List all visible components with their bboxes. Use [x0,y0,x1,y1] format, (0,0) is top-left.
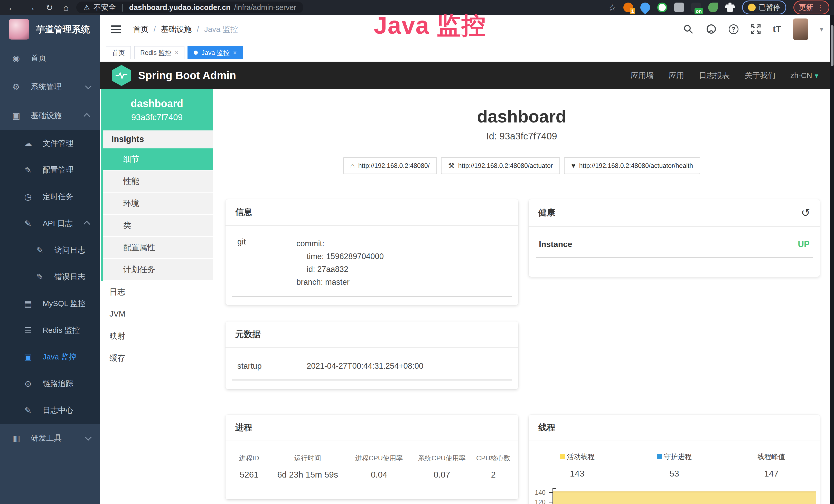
user-menu-caret-icon[interactable]: ▾ [820,25,823,33]
sidebar-item-log-center[interactable]: ✎ 日志中心 [0,397,100,423]
kebab-menu-icon[interactable]: ⋮ [817,3,824,12]
list-extension-icon[interactable]: on [691,3,701,12]
info-card-header: 信息 [225,199,518,226]
fullscreen-icon[interactable] [750,24,761,35]
card-title: 信息 [235,206,252,218]
tab-home[interactable]: 首页 [106,46,131,59]
sidebar-item-trace[interactable]: ⊙ 链路追踪 [0,370,100,397]
sidebar-item-home[interactable]: ◉ 首页 [0,44,100,72]
layers-icon: ☰ [22,325,34,335]
font-size-icon[interactable]: tT [773,24,781,34]
browser-actions: ☆ 1 on 已暂停 更新 ⋮ [609,1,834,15]
close-icon[interactable]: × [175,49,178,56]
reload-icon[interactable]: ↻ [46,2,53,13]
sidebar-item-error-log[interactable]: ✎ 错误日志 [0,264,100,290]
breadcrumb-separator: / [197,25,199,33]
github-icon[interactable] [706,24,717,35]
home-dashboard-icon: ◉ [10,53,22,63]
header-actions: ? tT ▾ [683,19,823,40]
sidebar-item-label: 访问日志 [54,245,85,255]
green-circle-extension-icon[interactable] [657,3,667,12]
metadata-key: startup [237,362,307,371]
scrollbar-thumb[interactable] [831,25,833,66]
tab-redis-monitor[interactable]: Redis 监控 × [134,46,184,59]
y-tickmark [549,502,552,502]
stat-peak-threads: 线程峰值 147 [723,452,820,479]
hamburger-icon[interactable] [111,25,121,33]
sba-menu-environment[interactable]: 环境 [103,192,213,215]
cloud-icon: ☁ [22,138,34,148]
threads-card: 线程 活动线程 143 守护进程 53 [529,415,820,504]
sba-menu-config-props[interactable]: 配置属性 [103,237,213,259]
sba-nav-applications[interactable]: 应用 [668,70,684,81]
paused-pill[interactable]: 已暂停 [742,1,786,15]
sidebar-item-file[interactable]: ☁ 文件管理 [0,130,100,157]
sba-menu-metrics[interactable]: 性能 [103,170,213,192]
bookmark-star-icon[interactable]: ☆ [609,2,616,13]
security-label[interactable]: 不安全 [93,2,116,13]
threads-card-header: 线程 [529,415,820,441]
metadata-value: 2021-04-27T00:44:31.254+08:00 [307,362,423,371]
user-avatar[interactable] [793,19,808,40]
sba-menu-jvm[interactable]: JVM [101,303,213,325]
pin-extension-icon[interactable] [638,1,652,15]
leaf-extension-icon[interactable] [708,3,718,12]
close-icon[interactable]: × [233,49,237,56]
sba-nav-wallboard[interactable]: 应用墙 [631,70,654,81]
health-instance-row[interactable]: Instance UP [536,239,813,258]
address-bar[interactable]: ⚠ 不安全 | dashboard.yudao.iocoder.cn/infra… [76,2,303,13]
sidebar-item-dev-tools[interactable]: ▥ 研发工具 [0,423,100,452]
help-icon[interactable]: ? [729,24,739,34]
sba-menu-caches[interactable]: 缓存 [101,347,213,369]
forward-icon[interactable]: → [27,3,36,13]
sidebar-item-access-log[interactable]: ✎ 访问日志 [0,237,100,264]
endpoint-url: http://192.168.0.2:48080/actuator [458,162,553,169]
actuator-url-button[interactable]: ⚒ http://192.168.0.2:48080/actuator [441,157,560,174]
sba-menu-details[interactable]: 细节 [103,148,213,170]
sba-nav-about[interactable]: 关于我们 [745,70,775,81]
extension-icon-orange[interactable]: 1 [623,3,633,12]
tags-view: 首页 Redis 监控 × Java 监控 × [100,44,834,62]
sba-menu-scheduled-tasks[interactable]: 计划任务 [103,259,213,281]
tab-java-monitor[interactable]: Java 监控 × [188,46,243,59]
sidebar-item-redis[interactable]: ☰ Redis 监控 [0,317,100,344]
back-icon[interactable]: ← [8,3,17,13]
scrollbar-track[interactable] [830,15,834,504]
home-icon[interactable]: ⌂ [63,3,69,13]
legend-daemon-swatch [657,454,662,459]
puzzle-extensions-icon[interactable] [725,3,735,12]
sidebar-item-java-monitor[interactable]: ▣ Java 监控 [0,344,100,370]
sba-language-select[interactable]: zh-CN ▾ [790,71,818,80]
app-title: 芋道管理系统 [36,23,90,36]
sidebar-item-config[interactable]: ✎ 配置管理 [0,157,100,183]
page-instance-id: Id: 93a3fc7f7409 [213,131,830,142]
url-path: /infra/admin-server [234,3,297,12]
sba-menu-mappings[interactable]: 映射 [101,325,213,347]
sidebar-item-infra[interactable]: ▣ 基础设施 [0,101,100,130]
instance-id: 93a3fc7f7409 [131,112,183,122]
sba-brand[interactable]: Spring Boot Admin [138,69,236,82]
sba-nav-journal[interactable]: 日志报表 [699,70,730,81]
process-col-system-cpu: 系统CPU使用率 0.07 [412,454,472,480]
sidebar-item-system[interactable]: ⚙ 系统管理 [0,72,100,101]
app-sidebar: 芋道管理系统 ◉ 首页 ⚙ 系统管理 ▣ 基础设施 ☁ 文件管理 ✎ 配置管理 [0,15,100,504]
sidebar-item-api-log[interactable]: ✎ API 日志 [0,210,100,237]
sidebar-item-label: 错误日志 [54,272,85,282]
card-title: 元数据 [235,329,261,340]
app-logo[interactable]: 芋道管理系统 [0,15,100,44]
sba-menu-logging[interactable]: 日志 [101,281,213,303]
history-icon[interactable]: ↺ [801,206,810,219]
search-icon[interactable] [683,24,694,35]
breadcrumb-home[interactable]: 首页 [133,24,149,35]
health-url-button[interactable]: ♥ http://192.168.0.2:48080/actuator/heal… [564,157,700,174]
info-key: git [237,237,297,289]
update-pill[interactable]: 更新 ⋮ [793,1,829,15]
sidebar-item-mysql[interactable]: ▤ MySQL 监控 [0,290,100,317]
grid-extension-icon[interactable] [674,3,684,12]
git-branch-line: branch: master [297,276,384,289]
service-url-button[interactable]: ⌂ http://192.168.0.2:48080/ [343,157,437,174]
column-header: 进程ID [229,454,269,463]
sba-menu-classes[interactable]: 类 [103,215,213,237]
breadcrumb-section[interactable]: 基础设施 [161,24,192,35]
sidebar-item-job[interactable]: ◷ 定时任务 [0,183,100,210]
